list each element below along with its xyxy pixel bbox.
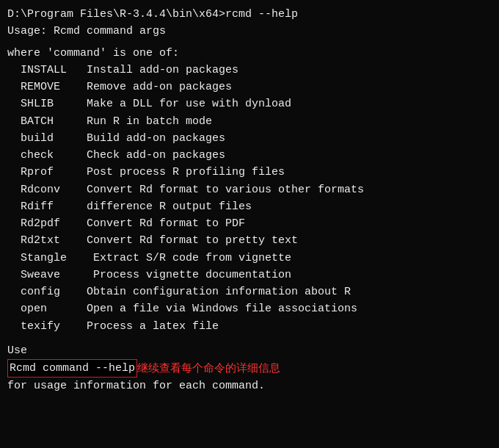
list-item: Rdconv Convert Rd format to various othe… [7,181,492,198]
cmd-name: BATCH [7,113,73,130]
cmd-name: config [7,283,73,300]
list-item: Rd2txt Convert Rd format to pretty text [7,232,492,249]
list-item: Rd2pdf Convert Rd format to PDF [7,215,492,232]
cmd-desc: Convert Rd format to PDF [73,215,245,232]
list-item: REMOVE Remove add-on packages [7,79,492,95]
cmd-desc: Process a latex file [73,318,219,335]
where-line: where 'command' is one of: [7,45,492,62]
cmd-desc: Check add-on packages [73,147,225,164]
list-item: Stangle Extract S/R code from vignette [7,250,492,267]
cmd-desc: difference R output files [73,198,252,215]
list-item: INSTALL Install add-on packages [7,62,492,79]
list-item: texify Process a latex file [7,318,492,335]
cmd-desc: Open a file via Windows file association… [73,300,357,317]
list-item: SHLIB Make a DLL for use with dynload [7,95,492,112]
cmd-desc: Post process R profiling files [73,164,285,181]
cmd-name: Stangle [7,250,73,267]
use-label: Use [7,342,492,359]
list-item: Rprof Post process R profiling files [7,164,492,181]
cmd-name: Rd2pdf [7,215,73,232]
cmd-name: Rprof [7,164,73,181]
list-item: Rdiff difference R output files [7,198,492,215]
cmd-desc: Process vignette documentation [73,267,291,283]
list-item: check Check add-on packages [7,147,492,164]
cmd-desc: Remove add-on packages [73,79,232,95]
cmd-desc: Convert Rd format to various other forma… [73,181,364,198]
cmd-name: REMOVE [7,79,73,95]
cmd-desc: Run R in batch mode [73,113,212,130]
cmd-desc: Extract S/R code from vignette [73,250,291,267]
cmd-desc: Obtain configuration information about R [73,283,351,300]
cmd-desc: Make a DLL for use with dynload [73,95,291,112]
list-item: build Build add-on packages [7,130,492,147]
footer-line: for usage information for each command. [7,377,492,394]
use-command-row: Rcmd command --help 继续查看每个命令的详细信息 [7,359,492,377]
chinese-annotation: 继续查看每个命令的详细信息 [137,360,280,377]
cmd-name: Sweave [7,267,73,283]
cmd-name: Rd2txt [7,232,73,249]
cmd-name: build [7,130,73,147]
list-item: config Obtain configuration information … [7,283,492,300]
cmd-name: Rdconv [7,181,73,198]
header-line: D:\Program Files\R-3.4.4\bin\x64>rcmd --… [7,6,492,23]
list-item: Sweave Process vignette documentation [7,267,492,283]
cmd-name: Rdiff [7,198,73,215]
cmd-name: texify [7,318,73,335]
usage-line: Usage: Rcmd command args [7,23,492,40]
cmd-desc: Convert Rd format to pretty text [73,232,298,249]
cmd-desc: Build add-on packages [73,130,225,147]
list-item: open Open a file via Windows file associ… [7,300,492,317]
list-item: BATCH Run R in batch mode [7,113,492,130]
highlight-command: Rcmd command --help [7,359,137,377]
commands-list: INSTALL Install add-on packages REMOVE R… [7,62,492,335]
cmd-name: INSTALL [7,62,73,79]
cmd-name: check [7,147,73,164]
cmd-desc: Install add-on packages [73,62,238,79]
cmd-name: open [7,300,73,317]
cmd-name: SHLIB [7,95,73,112]
